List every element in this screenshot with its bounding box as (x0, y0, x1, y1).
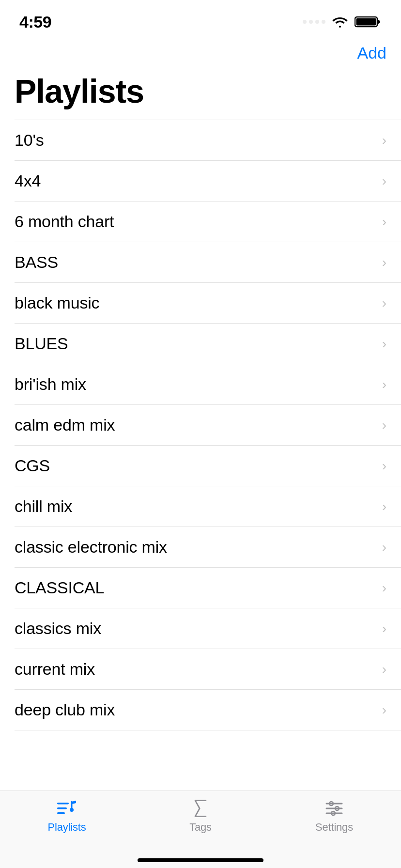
svg-rect-4 (57, 812, 65, 814)
list-item[interactable]: chill mix › (0, 486, 401, 527)
list-item[interactable]: BLUES › (0, 324, 401, 364)
status-icons (303, 15, 382, 29)
status-time: 4:59 (19, 13, 51, 31)
chevron-right-icon: › (382, 702, 386, 718)
playlist-name: bri'ish mix (15, 375, 86, 394)
playlist-name: CLASSICAL (15, 578, 104, 597)
list-item[interactable]: 6 month chart › (0, 202, 401, 242)
playlist-name: calm edm mix (15, 416, 115, 434)
chevron-right-icon: › (382, 499, 386, 514)
chevron-right-icon: › (382, 662, 386, 677)
playlist-name: CGS (15, 456, 50, 475)
list-item[interactable]: classic electronic mix › (0, 527, 401, 567)
chevron-right-icon: › (382, 458, 386, 474)
battery-icon (355, 15, 382, 29)
page-title: Playlists (0, 67, 401, 120)
list-item[interactable]: classics mix › (0, 608, 401, 649)
tags-tab-icon (192, 799, 209, 818)
playlist-name: deep club mix (15, 700, 115, 719)
chevron-right-icon: › (382, 173, 386, 189)
tab-playlists[interactable]: Playlists (0, 799, 134, 834)
playlists-tab-icon (56, 799, 77, 818)
wifi-icon (331, 15, 349, 29)
svg-point-5 (70, 808, 74, 812)
list-item[interactable]: 4x4 › (0, 161, 401, 201)
signal-icon (303, 20, 325, 24)
list-item[interactable]: current mix › (0, 649, 401, 689)
tab-settings[interactable]: Settings (267, 799, 401, 834)
chevron-right-icon: › (382, 295, 386, 311)
chevron-right-icon: › (382, 540, 386, 555)
playlist-name: BLUES (15, 334, 68, 353)
chevron-right-icon: › (382, 133, 386, 148)
svg-rect-3 (57, 807, 67, 809)
chevron-right-icon: › (382, 255, 386, 270)
header-add-area: Add (0, 39, 401, 67)
playlist-name: 10's (15, 131, 44, 150)
list-item[interactable]: 10's › (0, 120, 401, 160)
list-item[interactable]: calm edm mix › (0, 405, 401, 445)
list-item[interactable]: deep club mix › (0, 690, 401, 730)
chevron-right-icon: › (382, 580, 386, 596)
playlist-name: chill mix (15, 497, 72, 516)
chevron-right-icon: › (382, 336, 386, 352)
playlists-list: 10's › 4x4 › 6 month chart › BASS › blac… (0, 120, 401, 808)
svg-rect-1 (356, 18, 376, 26)
chevron-right-icon: › (382, 621, 386, 636)
playlist-name: 6 month chart (15, 212, 114, 231)
list-item[interactable]: CGS › (0, 446, 401, 486)
list-item[interactable]: black music › (0, 283, 401, 323)
svg-rect-2 (57, 803, 69, 805)
settings-tab-icon (324, 799, 344, 818)
playlist-name: classic electronic mix (15, 538, 167, 557)
status-bar: 4:59 (0, 0, 401, 39)
divider (15, 730, 401, 730)
playlist-name: 4x4 (15, 171, 41, 190)
chevron-right-icon: › (382, 377, 386, 392)
playlist-name: BASS (15, 253, 58, 272)
list-item[interactable]: CLASSICAL › (0, 568, 401, 608)
add-button[interactable]: Add (357, 44, 387, 62)
tab-tags-label: Tags (189, 821, 212, 834)
chevron-right-icon: › (382, 214, 386, 230)
list-item[interactable]: bri'ish mix › (0, 364, 401, 404)
chevron-right-icon: › (382, 418, 386, 433)
tab-settings-label: Settings (315, 821, 353, 834)
tab-playlists-label: Playlists (48, 821, 86, 834)
home-indicator (138, 858, 263, 862)
playlist-name: black music (15, 294, 99, 312)
playlist-name: current mix (15, 660, 95, 679)
tab-bar: Playlists Tags Settings (0, 790, 401, 868)
tab-tags[interactable]: Tags (134, 799, 267, 834)
playlist-name: classics mix (15, 619, 101, 638)
list-item[interactable]: BASS › (0, 242, 401, 282)
